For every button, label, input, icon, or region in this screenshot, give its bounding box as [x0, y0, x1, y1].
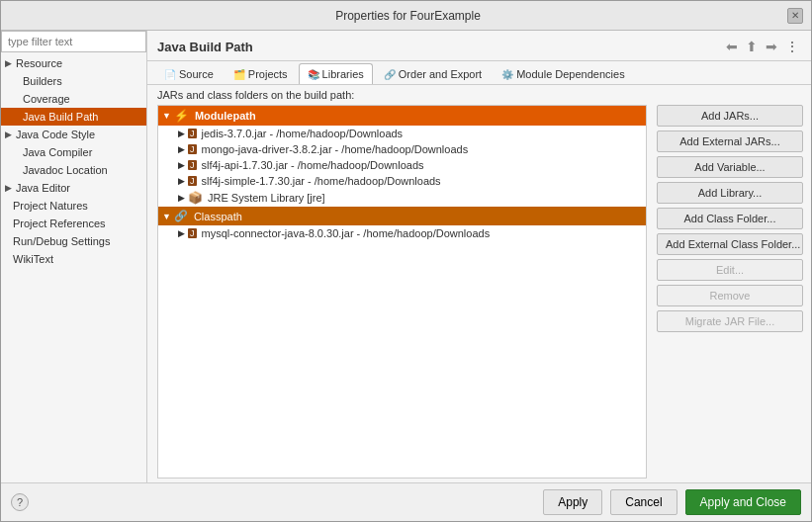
tab-projects[interactable]: 🗂️ Projects — [225, 63, 297, 84]
add-external-jars-button[interactable]: Add External JARs... — [657, 130, 803, 152]
tree-section: ▼ ⚡ Modulepath ▶ J jedis-3.7.0.jar - /ho… — [157, 105, 647, 478]
panel-title: Java Build Path — [157, 40, 253, 54]
tree-item-slf4j-api[interactable]: ▶ J slf4j-api-1.7.30.jar - /home/hadoop/… — [158, 157, 646, 173]
jar-icon: J — [188, 129, 197, 138]
sidebar-item-javadoc-location[interactable]: Javadoc Location — [1, 161, 146, 179]
jar-icon-2: J — [188, 144, 197, 154]
titlebar: Properties for FourExample ✕ — [1, 1, 811, 31]
help-button[interactable]: ? — [11, 493, 29, 511]
tree-info: JARs and class folders on the build path… — [147, 85, 811, 101]
projects-tab-icon: 🗂️ — [233, 69, 245, 80]
tab-libraries[interactable]: 📚 Libraries — [299, 63, 373, 85]
add-library-button[interactable]: Add Library... — [657, 182, 803, 204]
sidebar-item-resource[interactable]: ▶ Resource — [1, 54, 146, 72]
item-arrow-3: ▶ — [178, 160, 185, 170]
item-arrow-4: ▶ — [178, 176, 185, 186]
close-button[interactable]: ✕ — [787, 8, 803, 24]
migrate-jar-button[interactable]: Migrate JAR File... — [657, 310, 803, 332]
add-external-class-folder-button[interactable]: Add External Class Folder... — [657, 233, 803, 255]
nav-icons: ⬅ ⬆ ➡ ⋮ — [724, 37, 801, 56]
tree-item-mongo[interactable]: ▶ J mongo-java-driver-3.8.2.jar - /home/… — [158, 141, 646, 157]
jar-icon-3: J — [188, 160, 197, 170]
add-variable-button[interactable]: Add Variable... — [657, 156, 803, 178]
jar-icon-4: J — [188, 176, 197, 186]
back-icon[interactable]: ⬅ — [724, 37, 740, 56]
item-arrow: ▶ — [178, 129, 185, 138]
sidebar-item-java-build-path[interactable]: Java Build Path — [1, 108, 146, 126]
tab-source[interactable]: 📄 Source — [155, 63, 223, 84]
classpath-header[interactable]: ▼ 🔗 Classpath — [158, 207, 646, 225]
jar-icon-5: J — [188, 228, 197, 238]
footer-buttons: Apply Cancel Apply and Close — [543, 489, 801, 515]
source-tab-icon: 📄 — [164, 69, 176, 80]
dialog-title: Properties for FourExample — [29, 9, 787, 23]
sidebar-item-project-natures[interactable]: Project Natures — [1, 197, 146, 215]
item-arrow-5: ▶ — [178, 193, 185, 203]
sidebar-item-coverage[interactable]: Coverage — [1, 90, 146, 108]
classpath-icon: 🔗 — [174, 210, 188, 222]
classpath-arrow: ▼ — [162, 212, 171, 221]
tab-order-export[interactable]: 🔗 Order and Export — [375, 63, 491, 84]
sidebar-item-builders[interactable]: Builders — [1, 72, 146, 90]
modulepath-arrow: ▼ — [162, 111, 171, 121]
more-icon[interactable]: ⋮ — [783, 39, 801, 54]
sidebar: ▶ Resource Builders Coverage Java Build … — [1, 31, 147, 482]
apply-close-button[interactable]: Apply and Close — [685, 489, 801, 515]
tab-module-dependencies[interactable]: ⚙️ Module Dependencies — [493, 63, 633, 84]
forward-icon[interactable]: ➡ — [764, 37, 779, 56]
libraries-tab-icon: 📚 — [308, 69, 319, 80]
add-jars-button[interactable]: Add JARs... — [657, 105, 803, 127]
dialog: Properties for FourExample ✕ ▶ Resource … — [0, 0, 812, 522]
up-icon[interactable]: ⬆ — [744, 37, 760, 56]
add-class-folder-button[interactable]: Add Class Folder... — [657, 208, 803, 229]
edit-button[interactable]: Edit... — [657, 259, 803, 281]
sidebar-item-run-debug[interactable]: Run/Debug Settings — [1, 232, 146, 250]
apply-button[interactable]: Apply — [543, 489, 602, 515]
filter-input[interactable] — [1, 31, 146, 52]
tabs-bar: 📄 Source 🗂️ Projects 📚 Libraries 🔗 Order… — [147, 61, 811, 85]
sidebar-item-java-editor[interactable]: ▶ Java Editor — [1, 179, 146, 197]
item-arrow-2: ▶ — [178, 144, 185, 154]
module-tab-icon: ⚙️ — [501, 69, 513, 80]
jre-icon: 📦 — [188, 191, 203, 205]
item-arrow-6: ▶ — [178, 228, 185, 238]
sidebar-item-java-compiler[interactable]: Java Compiler — [1, 143, 146, 161]
tree-item-jre[interactable]: ▶ 📦 JRE System Library [jre] — [158, 189, 646, 207]
tree-item-jedis[interactable]: ▶ J jedis-3.7.0.jar - /home/hadoop/Downl… — [158, 126, 646, 141]
tree-item-mysql[interactable]: ▶ J mysql-connector-java-8.0.30.jar - /h… — [158, 225, 646, 241]
main-content: ▶ Resource Builders Coverage Java Build … — [1, 31, 811, 482]
sidebar-item-java-code-style[interactable]: ▶ Java Code Style — [1, 126, 146, 143]
build-path-area: ▼ ⚡ Modulepath ▶ J jedis-3.7.0.jar - /ho… — [147, 101, 811, 482]
sidebar-item-project-references[interactable]: Project References — [1, 215, 146, 232]
footer: ? Apply Cancel Apply and Close — [1, 482, 811, 521]
order-tab-icon: 🔗 — [384, 69, 396, 80]
remove-button[interactable]: Remove — [657, 285, 803, 306]
expand-arrow-2: ▶ — [5, 130, 12, 139]
modulepath-header[interactable]: ▼ ⚡ Modulepath — [158, 106, 646, 126]
modulepath-icon: ⚡ — [174, 109, 189, 123]
expand-arrow-3: ▶ — [5, 183, 12, 193]
right-panel: Java Build Path ⬅ ⬆ ➡ ⋮ 📄 Source 🗂️ Proj… — [147, 31, 811, 482]
expand-arrow: ▶ — [5, 58, 12, 68]
button-panel: Add JARs... Add External JARs... Add Var… — [653, 101, 811, 482]
cancel-button[interactable]: Cancel — [610, 489, 677, 515]
panel-header-bar: Java Build Path ⬅ ⬆ ➡ ⋮ — [147, 31, 811, 61]
sidebar-item-wikitext[interactable]: WikiText — [1, 250, 146, 268]
tree-item-slf4j-simple[interactable]: ▶ J slf4j-simple-1.7.30.jar - /home/hado… — [158, 173, 646, 189]
